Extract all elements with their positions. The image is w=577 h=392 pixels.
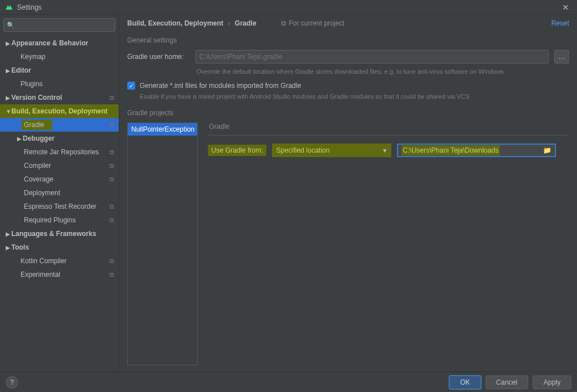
ok-button[interactable]: OK [449, 376, 480, 389]
copy-icon: ⧉ [110, 121, 114, 129]
copy-icon: ⧉ [110, 94, 114, 102]
hint-gradle-user-home: Override the default location where Grad… [119, 67, 577, 78]
search-icon: 🔍 [7, 22, 15, 29]
copy-icon: ⧉ [110, 271, 114, 279]
label-generate-iml: Generate *.iml files for modules importe… [140, 82, 301, 90]
browse-button[interactable]: … [554, 50, 569, 64]
chevron-right-icon: › [228, 19, 230, 27]
scope-label: ⧉For current project [281, 19, 344, 27]
crumb-current: Gradle [235, 19, 256, 27]
breadcrumb: Build, Execution, Deployment › Gradle ⧉F… [119, 15, 577, 32]
tree-tools[interactable]: ▶Tools [0, 241, 119, 254]
tree-vcs[interactable]: ▶Version Control⧉ [0, 91, 119, 104]
titlebar: Settings ✕ [0, 0, 577, 15]
copy-icon: ⧉ [110, 203, 114, 210]
tree-remote-jar[interactable]: Remote Jar Repositories⧉ [0, 145, 119, 159]
copy-icon: ⧉ [110, 149, 114, 156]
project-detail: Gradle Use Gradle from: Specified locati… [202, 123, 569, 365]
crumb-parent[interactable]: Build, Execution, Deployment [127, 19, 223, 27]
content-panel: Build, Execution, Deployment › Gradle ⧉F… [119, 15, 577, 372]
row-generate-iml: ✓ Generate *.iml files for modules impor… [119, 78, 577, 93]
combo-value: Specified location [276, 146, 329, 154]
divider [208, 135, 569, 136]
tree-deployment[interactable]: Deployment [0, 186, 119, 200]
reset-link[interactable]: Reset [551, 19, 569, 27]
tree-plugins[interactable]: Plugins [0, 77, 119, 91]
tree-keymap[interactable]: Keymap [0, 50, 119, 64]
detail-title: Gradle [208, 123, 569, 134]
copy-icon: ⧉ [110, 217, 114, 224]
input-gradle-user-home[interactable] [195, 50, 549, 64]
apply-button[interactable]: Apply [533, 376, 571, 389]
chevron-down-icon: ▼ [382, 147, 387, 154]
tree-required-plugins[interactable]: Required Plugins⧉ [0, 213, 119, 227]
tree-gradle[interactable]: Gradle⧉ [0, 118, 119, 132]
label-gradle-user-home: Gradle user home: [127, 53, 190, 61]
window-title: Settings [17, 3, 559, 11]
section-general: General settings [119, 32, 577, 47]
copy-icon: ⧉ [110, 258, 114, 265]
projects-list[interactable]: NullPointerException [127, 123, 198, 365]
search-input[interactable] [3, 18, 115, 32]
cancel-button[interactable]: Cancel [486, 376, 528, 389]
tree-kotlin[interactable]: Kotlin Compiler⧉ [0, 254, 119, 268]
tree-editor[interactable]: ▶Editor [0, 64, 119, 77]
tree-appearance[interactable]: ▶Appearance & Behavior [0, 36, 119, 50]
copy-icon: ⧉ [110, 162, 114, 170]
search-container: 🔍 [0, 15, 119, 35]
folder-icon[interactable]: 📁 [543, 146, 551, 154]
app-logo-icon [5, 3, 14, 12]
tree-coverage[interactable]: Coverage⧉ [0, 172, 119, 186]
settings-tree: ▶Appearance & Behavior Keymap ▶Editor Pl… [0, 35, 119, 281]
tree-languages[interactable]: ▶Languages & Frameworks [0, 227, 119, 241]
tree-espresso[interactable]: Espresso Test Recorder⧉ [0, 200, 119, 213]
tree-build-execution-deployment[interactable]: ▼Build, Execution, Deployment [0, 104, 119, 118]
input-gradle-location[interactable]: C:\Users\Phani Teja\Downloads 📁 [397, 144, 556, 157]
help-button[interactable]: ? [6, 376, 18, 389]
row-gradle-user-home: Gradle user home: … [119, 47, 577, 67]
projects-panel: NullPointerException Gradle Use Gradle f… [119, 119, 577, 369]
tree-debugger[interactable]: ▶Debugger [0, 132, 119, 145]
label-use-gradle-from: Use Gradle from: [208, 145, 266, 156]
checkbox-generate-iml[interactable]: ✓ [127, 82, 135, 90]
settings-sidebar: 🔍 ▶Appearance & Behavior Keymap ▶Editor … [0, 15, 119, 372]
section-projects: Gradle projects [119, 104, 577, 119]
close-icon[interactable]: ✕ [559, 2, 572, 13]
svg-marker-0 [6, 5, 12, 10]
dialog-footer: ? OK Cancel Apply [0, 372, 577, 392]
tree-compiler[interactable]: Compiler⧉ [0, 159, 119, 172]
copy-icon: ⧉ [281, 19, 286, 27]
copy-icon: ⧉ [110, 176, 114, 183]
row-use-gradle-from: Use Gradle from: Specified location ▼ C:… [208, 144, 569, 157]
tree-experimental[interactable]: Experimental⧉ [0, 268, 119, 281]
hint-generate-iml: Enable if you have a mixed project with … [119, 93, 577, 104]
combo-use-gradle-from[interactable]: Specified location ▼ [272, 144, 391, 157]
project-item[interactable]: NullPointerException [128, 123, 197, 136]
path-value: C:\Users\Phani Teja\Downloads [402, 145, 500, 155]
